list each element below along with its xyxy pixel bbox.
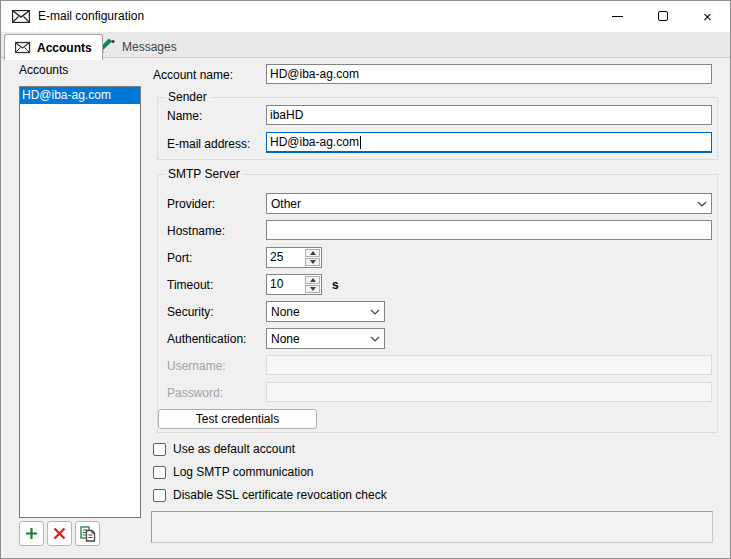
email-address-input[interactable]: HD@iba-ag.com — [266, 132, 712, 153]
copy-icon — [80, 526, 96, 542]
minimize-icon — [612, 16, 623, 17]
sender-group-title: Sender — [165, 90, 210, 104]
provider-value: Other — [271, 197, 301, 211]
checkbox-label: Disable SSL certificate revocation check — [173, 488, 387, 502]
port-stepper[interactable]: 25 — [266, 247, 322, 268]
plus-icon — [25, 527, 38, 540]
delete-account-button[interactable] — [47, 521, 72, 546]
authentication-label: Authentication: — [167, 332, 246, 346]
tab-strip: Accounts Messages — [1, 32, 730, 58]
hostname-input[interactable] — [266, 220, 712, 240]
checkbox-label: Use as default account — [173, 442, 295, 456]
triangle-down-icon — [310, 287, 316, 291]
maximize-button[interactable] — [640, 1, 685, 31]
email-address-label: E-mail address: — [167, 137, 250, 151]
spin-down-button[interactable] — [305, 258, 320, 266]
authentication-value: None — [271, 332, 300, 346]
add-account-button[interactable] — [19, 521, 44, 546]
username-label: Username: — [167, 359, 226, 373]
tab-accounts[interactable]: Accounts — [4, 34, 103, 60]
password-input — [266, 382, 712, 402]
spin-down-button[interactable] — [305, 285, 320, 293]
account-list-item-selected[interactable]: HD@iba-ag.com — [20, 87, 140, 104]
tab-messages-label: Messages — [122, 40, 177, 54]
checkbox-icon — [153, 443, 166, 456]
email-address-value: HD@iba-ag.com — [270, 135, 359, 149]
maximize-icon — [658, 11, 668, 21]
minimize-button[interactable] — [595, 1, 640, 31]
title-bar[interactable]: E-mail configuration × — [1, 1, 730, 32]
security-dropdown[interactable]: None — [266, 301, 385, 322]
triangle-up-icon — [310, 251, 316, 255]
text-caret — [360, 136, 361, 149]
spin-up-button[interactable] — [305, 276, 320, 284]
close-icon: × — [703, 9, 712, 24]
password-label: Password: — [167, 386, 223, 400]
envelope-icon — [12, 10, 30, 23]
security-label: Security: — [167, 305, 214, 319]
delete-x-icon — [53, 527, 66, 540]
authentication-dropdown[interactable]: None — [266, 328, 385, 349]
provider-label: Provider: — [167, 197, 215, 211]
checkbox-icon — [153, 466, 166, 479]
provider-dropdown[interactable]: Other — [266, 193, 712, 214]
sender-name-label: Name: — [167, 109, 202, 123]
timeout-unit-label: s — [332, 278, 339, 292]
test-credentials-button[interactable]: Test credentials — [158, 409, 317, 429]
timeout-stepper[interactable]: 10 — [266, 274, 322, 295]
email-configuration-dialog: E-mail configuration × Accounts Messages… — [0, 0, 731, 559]
hostname-label: Hostname: — [167, 224, 225, 238]
timeout-label: Timeout: — [167, 278, 213, 292]
port-value: 25 — [267, 248, 304, 267]
triangle-up-icon — [310, 278, 316, 282]
status-message-box — [151, 511, 713, 543]
smtp-group-title: SMTP Server — [165, 167, 243, 181]
checkbox-icon — [153, 489, 166, 502]
copy-account-button[interactable] — [75, 521, 100, 546]
accounts-listbox[interactable]: HD@iba-ag.com — [19, 86, 141, 518]
sender-name-input[interactable] — [266, 105, 712, 125]
security-value: None — [271, 305, 300, 319]
close-button[interactable]: × — [685, 1, 730, 31]
account-name-label: Account name: — [153, 68, 233, 82]
checkbox-use-as-default-account[interactable]: Use as default account — [153, 442, 295, 456]
chevron-down-icon — [697, 201, 707, 207]
timeout-value: 10 — [267, 275, 304, 294]
checkbox-disable-ssl-revocation-check[interactable]: Disable SSL certificate revocation check — [153, 488, 387, 502]
timeout-spinner-buttons — [304, 275, 321, 294]
chevron-down-icon — [370, 336, 380, 342]
window-title: E-mail configuration — [38, 9, 144, 23]
spin-up-button[interactable] — [305, 249, 320, 257]
accounts-list-header: Accounts — [19, 63, 68, 77]
chevron-down-icon — [370, 309, 380, 315]
tab-messages[interactable]: Messages — [90, 34, 187, 59]
account-name-input[interactable] — [266, 64, 712, 84]
accounts-envelope-icon — [15, 41, 31, 54]
checkbox-label: Log SMTP communication — [173, 465, 314, 479]
username-input — [266, 355, 712, 375]
port-spinner-buttons — [304, 248, 321, 267]
triangle-down-icon — [310, 260, 316, 264]
tab-accounts-label: Accounts — [37, 41, 92, 55]
port-label: Port: — [167, 251, 192, 265]
checkbox-log-smtp-communication[interactable]: Log SMTP communication — [153, 465, 314, 479]
